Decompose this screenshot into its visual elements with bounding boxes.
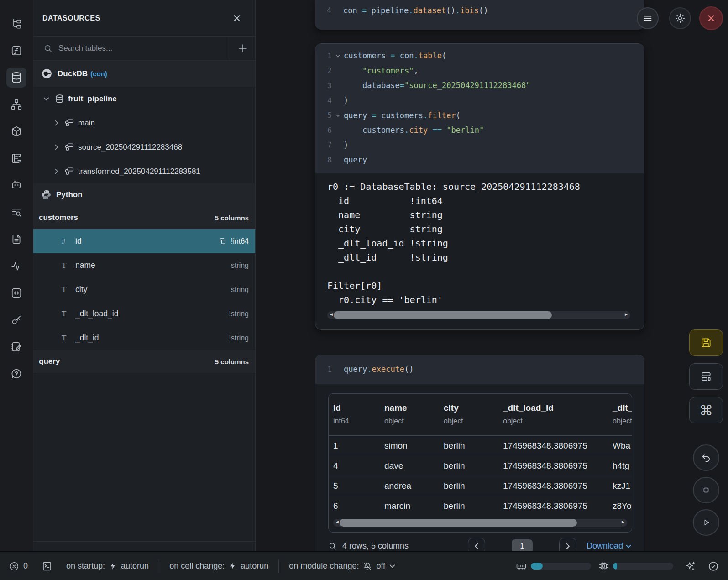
save-button[interactable] bbox=[689, 329, 723, 356]
schema-row[interactable]: source_202504291112283468 bbox=[33, 135, 255, 159]
chevron-right-icon[interactable] bbox=[52, 144, 61, 150]
horizontal-scrollbar[interactable]: ◄ ► bbox=[333, 519, 627, 527]
key-icon[interactable] bbox=[6, 310, 26, 330]
code-line[interactable]: 6 customers.city == "berlin" bbox=[315, 123, 644, 138]
table-row[interactable]: 1simonberlin1745968348.3806975Wba bbox=[329, 436, 632, 456]
scroll-icon[interactable] bbox=[6, 148, 26, 168]
code-line[interactable]: 5query = customers.filter( bbox=[315, 108, 644, 123]
table-row[interactable]: 5andreaberlin1745968348.3806975kzJ1 bbox=[329, 476, 632, 496]
column-row-name[interactable]: Tnamestring bbox=[33, 253, 255, 277]
delete-cell-button[interactable] bbox=[699, 6, 723, 30]
table-cell: 1 bbox=[329, 441, 380, 451]
close-panel-icon[interactable] bbox=[232, 14, 241, 23]
database-small-icon bbox=[53, 94, 65, 104]
fold-chevron-icon[interactable] bbox=[332, 114, 344, 117]
column-row-_dlt_id[interactable]: T_dlt_id!string bbox=[33, 326, 255, 350]
log-search-icon[interactable] bbox=[6, 202, 26, 222]
command-palette-button[interactable]: ⌘ bbox=[689, 397, 723, 423]
table-cell: berlin bbox=[439, 461, 498, 471]
column-row-_dlt_load_id[interactable]: T_dlt_load_id!string bbox=[33, 302, 255, 326]
schema-row[interactable]: transformed_202504291112283581 bbox=[33, 159, 255, 183]
scroll-right-arrow[interactable]: ► bbox=[624, 312, 628, 317]
layout-button[interactable] bbox=[689, 363, 723, 390]
code-text: query = customers.filter( bbox=[344, 111, 461, 120]
outline-tree-icon[interactable] bbox=[6, 14, 26, 34]
fold-chevron-icon[interactable] bbox=[332, 54, 344, 57]
search-input[interactable]: Search tables... bbox=[33, 44, 230, 53]
code-line[interactable]: 1customers = con.table( bbox=[315, 48, 644, 63]
code-line[interactable]: 7) bbox=[315, 138, 644, 153]
schema-row[interactable]: main bbox=[33, 111, 255, 135]
search-icon[interactable] bbox=[328, 542, 337, 550]
cell-menu-button[interactable] bbox=[637, 7, 659, 29]
download-link[interactable]: Download bbox=[587, 541, 631, 551]
python-section-row[interactable]: Python bbox=[33, 183, 255, 206]
code-line[interactable]: 8query bbox=[315, 152, 644, 167]
cpu-usage[interactable] bbox=[598, 561, 673, 571]
on-startup-setting[interactable]: on startup: autorun bbox=[66, 561, 149, 571]
line-number: 2 bbox=[315, 66, 332, 75]
table-cell: 1745968348.3806975 bbox=[498, 481, 608, 491]
database-icon[interactable] bbox=[6, 68, 26, 88]
line-number: 5 bbox=[315, 111, 332, 120]
memory-usage[interactable] bbox=[516, 561, 591, 572]
scroll-left-arrow[interactable]: ◄ bbox=[335, 519, 340, 524]
search-placeholder: Search tables... bbox=[58, 44, 112, 53]
column-row-city[interactable]: Tcitystring bbox=[33, 277, 255, 302]
graph-icon[interactable] bbox=[6, 94, 26, 115]
copy-icon[interactable] bbox=[219, 237, 226, 245]
scroll-right-arrow[interactable]: ► bbox=[621, 519, 625, 524]
table-row-query[interactable]: query 5 columns bbox=[33, 350, 255, 373]
horizontal-scrollbar[interactable]: ◄ ► bbox=[327, 311, 630, 319]
code-line[interactable]: 1query.execute() bbox=[315, 362, 644, 377]
run-button[interactable] bbox=[693, 509, 719, 536]
package-icon[interactable] bbox=[6, 121, 26, 141]
chevron-right-icon[interactable] bbox=[52, 120, 61, 126]
code-line[interactable]: 3 database="source_202504291112283468" bbox=[315, 78, 644, 93]
database-row[interactable]: fruit_pipeline bbox=[33, 87, 255, 111]
column-header-city[interactable]: cityobject bbox=[439, 403, 498, 425]
help-icon[interactable] bbox=[6, 364, 26, 384]
document-icon[interactable] bbox=[6, 229, 26, 249]
code-cell-2[interactable]: 1customers = con.table(2 "customers",3 d… bbox=[315, 43, 644, 330]
add-datasource-button[interactable] bbox=[230, 37, 255, 60]
chevron-down-icon[interactable] bbox=[42, 96, 51, 102]
settings-button[interactable] bbox=[669, 7, 691, 29]
errors-indicator[interactable]: 0 bbox=[9, 561, 28, 571]
notebook-icon[interactable] bbox=[6, 337, 26, 357]
chevron-right-icon[interactable] bbox=[52, 168, 61, 174]
code-line[interactable]: 3pipeline = dlt.attach(pipeline_name="fr… bbox=[315, 0, 644, 3]
bot-icon[interactable] bbox=[6, 175, 26, 195]
scrollbar-thumb[interactable] bbox=[334, 311, 552, 319]
code-line[interactable]: 4con = pipeline.dataset().ibis() bbox=[315, 3, 644, 18]
scroll-left-arrow[interactable]: ◄ bbox=[329, 312, 334, 317]
code-line[interactable]: 2 "customers", bbox=[315, 63, 644, 78]
code-cell-1[interactable]: 3pipeline = dlt.attach(pipeline_name="fr… bbox=[315, 0, 644, 30]
ai-sparkle-icon[interactable] bbox=[685, 561, 696, 572]
table-row[interactable]: 4daveberlin1745968348.3806975h4tg bbox=[329, 456, 632, 476]
column-row-id[interactable]: #id!int64 bbox=[33, 229, 255, 253]
column-header-name[interactable]: nameobject bbox=[380, 403, 439, 425]
connection-status-icon[interactable] bbox=[708, 561, 719, 572]
scrollbar-thumb[interactable] bbox=[340, 519, 577, 527]
code-line[interactable]: 4) bbox=[315, 93, 644, 108]
table-row-customers[interactable]: customers 5 columns bbox=[33, 206, 255, 229]
undo-button[interactable] bbox=[693, 444, 719, 471]
on-cell-change-setting[interactable]: on cell change: autorun bbox=[169, 561, 268, 571]
column-header-_dlt_load_id[interactable]: _dlt_load_idobject bbox=[498, 403, 608, 425]
function-icon[interactable] bbox=[6, 41, 26, 61]
output-line: _dlt_id !string bbox=[315, 251, 644, 265]
stop-button[interactable] bbox=[693, 477, 719, 503]
activity-icon[interactable] bbox=[6, 256, 26, 276]
table-row[interactable]: 6marcinberlin1745968348.3806975z8Yo bbox=[329, 496, 632, 516]
table-cell: h4tg bbox=[608, 461, 632, 471]
column-header-id[interactable]: idint64 bbox=[329, 403, 380, 425]
line-number: 6 bbox=[315, 126, 332, 135]
on-module-change-setting[interactable]: on module change: off bbox=[289, 561, 395, 571]
column-list: #id!int64TnamestringTcitystringT_dlt_loa… bbox=[33, 229, 255, 350]
connection-row[interactable]: DuckDB(con) bbox=[33, 61, 255, 87]
code-cell-3[interactable]: 1query.execute() idint64nameobjectcityob… bbox=[315, 355, 644, 580]
terminal-icon[interactable] bbox=[42, 561, 52, 572]
column-header-_dlt_id[interactable]: _dlt_idobject bbox=[608, 403, 632, 425]
code-block-icon[interactable] bbox=[6, 283, 26, 303]
